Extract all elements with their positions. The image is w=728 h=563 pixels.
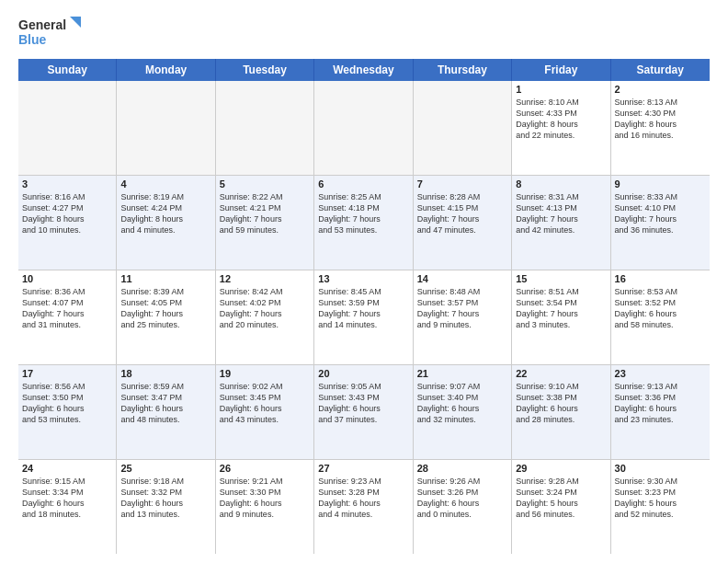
calendar-cell: 11Sunrise: 8:39 AM Sunset: 4:05 PM Dayli… (117, 270, 215, 364)
day-info: Sunrise: 9:23 AM Sunset: 3:28 PM Dayligh… (318, 476, 408, 521)
day-info: Sunrise: 8:42 AM Sunset: 4:02 PM Dayligh… (220, 286, 310, 331)
day-number: 13 (318, 273, 408, 284)
weekday-header: Monday (117, 59, 215, 81)
calendar-cell: 20Sunrise: 9:05 AM Sunset: 3:43 PM Dayli… (314, 365, 413, 459)
svg-marker-2 (70, 17, 81, 28)
day-info: Sunrise: 8:28 AM Sunset: 4:15 PM Dayligh… (417, 191, 507, 236)
day-info: Sunrise: 8:53 AM Sunset: 3:52 PM Dayligh… (615, 286, 706, 331)
calendar-cell: 27Sunrise: 9:23 AM Sunset: 3:28 PM Dayli… (314, 460, 413, 554)
calendar-cell: 4Sunrise: 8:19 AM Sunset: 4:24 PM Daylig… (117, 176, 215, 270)
calendar-header: SundayMondayTuesdayWednesdayThursdayFrid… (18, 59, 710, 81)
day-number: 21 (417, 368, 507, 379)
calendar-cell: 8Sunrise: 8:31 AM Sunset: 4:13 PM Daylig… (512, 176, 610, 270)
day-info: Sunrise: 8:33 AM Sunset: 4:10 PM Dayligh… (615, 191, 706, 236)
day-number: 3 (22, 178, 112, 190)
day-info: Sunrise: 9:28 AM Sunset: 3:24 PM Dayligh… (516, 476, 606, 521)
day-number: 30 (615, 463, 706, 474)
day-number: 22 (516, 368, 606, 379)
calendar-cell (216, 81, 314, 175)
day-info: Sunrise: 8:22 AM Sunset: 4:21 PM Dayligh… (220, 191, 310, 236)
day-number: 15 (516, 273, 606, 284)
calendar-cell: 30Sunrise: 9:30 AM Sunset: 3:23 PM Dayli… (611, 460, 710, 554)
calendar-cell: 29Sunrise: 9:28 AM Sunset: 3:24 PM Dayli… (512, 460, 610, 554)
day-number: 11 (120, 273, 210, 284)
calendar-cell: 1Sunrise: 8:10 AM Sunset: 4:33 PM Daylig… (512, 81, 610, 175)
calendar-cell: 12Sunrise: 8:42 AM Sunset: 4:02 PM Dayli… (216, 270, 314, 364)
calendar-cell: 26Sunrise: 9:21 AM Sunset: 3:30 PM Dayli… (216, 460, 314, 554)
calendar-cell: 25Sunrise: 9:18 AM Sunset: 3:32 PM Dayli… (117, 460, 215, 554)
day-number: 28 (417, 463, 507, 474)
day-number: 1 (516, 84, 606, 95)
calendar-row: 24Sunrise: 9:15 AM Sunset: 3:34 PM Dayli… (18, 460, 710, 554)
day-info: Sunrise: 8:31 AM Sunset: 4:13 PM Dayligh… (516, 191, 606, 236)
calendar-cell: 24Sunrise: 9:15 AM Sunset: 3:34 PM Dayli… (18, 460, 117, 554)
day-info: Sunrise: 9:10 AM Sunset: 3:38 PM Dayligh… (516, 381, 606, 426)
day-info: Sunrise: 9:13 AM Sunset: 3:36 PM Dayligh… (615, 381, 706, 426)
svg-text:Blue: Blue (18, 32, 47, 47)
calendar-cell: 10Sunrise: 8:36 AM Sunset: 4:07 PM Dayli… (18, 270, 117, 364)
day-info: Sunrise: 8:36 AM Sunset: 4:07 PM Dayligh… (22, 286, 112, 331)
calendar-row: 17Sunrise: 8:56 AM Sunset: 3:50 PM Dayli… (18, 365, 710, 460)
day-info: Sunrise: 9:18 AM Sunset: 3:32 PM Dayligh… (120, 476, 210, 521)
day-info: Sunrise: 8:51 AM Sunset: 3:54 PM Dayligh… (516, 286, 606, 331)
day-info: Sunrise: 8:45 AM Sunset: 3:59 PM Dayligh… (318, 286, 408, 331)
calendar-cell: 16Sunrise: 8:53 AM Sunset: 3:52 PM Dayli… (611, 270, 710, 364)
weekday-header: Friday (512, 59, 610, 81)
calendar-cell: 18Sunrise: 8:59 AM Sunset: 3:47 PM Dayli… (117, 365, 215, 459)
weekday-header: Saturday (611, 59, 710, 81)
day-number: 24 (22, 463, 112, 474)
calendar-row: 1Sunrise: 8:10 AM Sunset: 4:33 PM Daylig… (18, 81, 710, 176)
day-number: 26 (220, 463, 310, 474)
calendar-cell: 28Sunrise: 9:26 AM Sunset: 3:26 PM Dayli… (414, 460, 512, 554)
day-info: Sunrise: 8:56 AM Sunset: 3:50 PM Dayligh… (22, 381, 112, 426)
day-number: 10 (22, 273, 112, 284)
day-number: 2 (615, 84, 706, 95)
day-number: 18 (120, 368, 210, 379)
day-info: Sunrise: 9:05 AM Sunset: 3:43 PM Dayligh… (318, 381, 408, 426)
day-info: Sunrise: 9:30 AM Sunset: 3:23 PM Dayligh… (615, 476, 706, 521)
day-info: Sunrise: 9:02 AM Sunset: 3:45 PM Dayligh… (220, 381, 310, 426)
day-info: Sunrise: 8:16 AM Sunset: 4:27 PM Dayligh… (22, 191, 112, 236)
day-number: 16 (615, 273, 706, 284)
day-info: Sunrise: 9:15 AM Sunset: 3:34 PM Dayligh… (22, 476, 112, 521)
day-number: 12 (220, 273, 310, 284)
calendar-cell: 15Sunrise: 8:51 AM Sunset: 3:54 PM Dayli… (512, 270, 610, 364)
calendar-cell: 14Sunrise: 8:48 AM Sunset: 3:57 PM Dayli… (414, 270, 512, 364)
weekday-header: Tuesday (216, 59, 314, 81)
day-number: 6 (318, 178, 408, 190)
calendar-cell (314, 81, 413, 175)
calendar-row: 3Sunrise: 8:16 AM Sunset: 4:27 PM Daylig… (18, 176, 710, 270)
day-info: Sunrise: 9:26 AM Sunset: 3:26 PM Dayligh… (417, 476, 507, 521)
day-number: 5 (220, 178, 310, 190)
calendar-body: 1Sunrise: 8:10 AM Sunset: 4:33 PM Daylig… (18, 81, 710, 554)
day-info: Sunrise: 8:39 AM Sunset: 4:05 PM Dayligh… (120, 286, 210, 331)
weekday-header: Sunday (18, 59, 117, 81)
day-info: Sunrise: 9:21 AM Sunset: 3:30 PM Dayligh… (220, 476, 310, 521)
calendar-cell: 9Sunrise: 8:33 AM Sunset: 4:10 PM Daylig… (611, 176, 710, 270)
weekday-header: Thursday (414, 59, 512, 81)
calendar-cell: 2Sunrise: 8:13 AM Sunset: 4:30 PM Daylig… (611, 81, 710, 175)
day-number: 4 (120, 178, 210, 190)
day-number: 8 (516, 178, 606, 190)
day-number: 25 (120, 463, 210, 474)
day-info: Sunrise: 8:59 AM Sunset: 3:47 PM Dayligh… (120, 381, 210, 426)
calendar-cell: 19Sunrise: 9:02 AM Sunset: 3:45 PM Dayli… (216, 365, 314, 459)
calendar-row: 10Sunrise: 8:36 AM Sunset: 4:07 PM Dayli… (18, 270, 710, 365)
day-number: 17 (22, 368, 112, 379)
svg-text:General: General (18, 17, 66, 32)
weekday-header: Wednesday (314, 59, 413, 81)
day-number: 14 (417, 273, 507, 284)
calendar-cell: 22Sunrise: 9:10 AM Sunset: 3:38 PM Dayli… (512, 365, 610, 459)
calendar-cell (117, 81, 215, 175)
day-number: 27 (318, 463, 408, 474)
calendar-cell (18, 81, 117, 175)
logo-svg: General Blue (18, 15, 83, 52)
calendar-cell: 6Sunrise: 8:25 AM Sunset: 4:18 PM Daylig… (314, 176, 413, 270)
day-info: Sunrise: 8:48 AM Sunset: 3:57 PM Dayligh… (417, 286, 507, 331)
day-info: Sunrise: 9:07 AM Sunset: 3:40 PM Dayligh… (417, 381, 507, 426)
day-number: 7 (417, 178, 507, 190)
day-number: 19 (220, 368, 310, 379)
calendar-cell: 7Sunrise: 8:28 AM Sunset: 4:15 PM Daylig… (414, 176, 512, 270)
calendar-cell (414, 81, 512, 175)
day-info: Sunrise: 8:13 AM Sunset: 4:30 PM Dayligh… (615, 97, 706, 142)
